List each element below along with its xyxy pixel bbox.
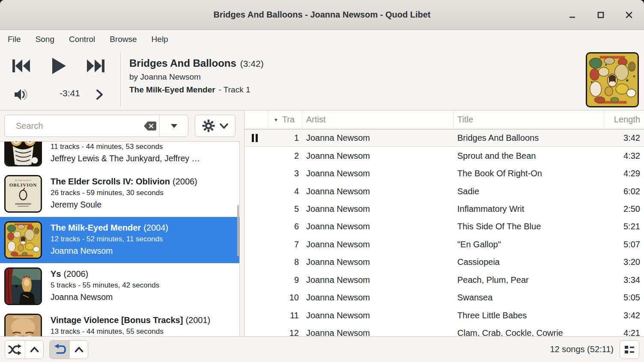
clear-search-button[interactable]	[140, 115, 159, 136]
cell-title: Bridges And Balloons	[453, 133, 604, 143]
chevron-up-icon	[30, 347, 39, 353]
repeat-icon	[53, 344, 66, 356]
table-row[interactable]: 8 Joanna Newsom Cassiopeia 3:20	[244, 253, 644, 271]
gear-icon	[202, 119, 215, 132]
titlebar[interactable]: Bridges And Balloons - Joanna Newsom - Q…	[0, 0, 644, 30]
table-row[interactable]: 12 Joanna Newsom Clam, Crab, Cockle, Cow…	[244, 324, 644, 336]
shuffle-control-group	[5, 340, 44, 359]
previous-button[interactable]	[11, 56, 31, 77]
cell-title: Sprout and the Bean	[453, 151, 604, 161]
song-list-header: ▼ Tra Artist Title Length	[244, 110, 644, 129]
album-item-oblivion[interactable]: The Elder Scrolls IV OBLIVION The Elder …	[0, 171, 239, 217]
menu-song[interactable]: Song	[28, 32, 62, 47]
repeat-menu-button[interactable]	[69, 341, 88, 359]
table-row[interactable]: 9 Joanna Newsom Peach, Plum, Pear 3:34	[244, 271, 644, 289]
cell-artist: Joanna Newsom	[302, 257, 453, 267]
column-header-artist[interactable]: Artist	[302, 110, 453, 129]
cell-length: 6:02	[604, 187, 644, 196]
album-artist: Joanna Newsom	[51, 291, 159, 303]
play-button[interactable]	[50, 56, 68, 77]
table-row[interactable]: 2 Joanna Newsom Sprout and the Bean 4:32	[244, 147, 644, 164]
cell-length: 5:21	[604, 222, 644, 231]
album-item-milk-eyed-mender[interactable]: The Milk-Eyed Mender(2004) 12 tracks - 5…	[0, 217, 239, 263]
sort-descending-icon: ▼	[274, 117, 278, 122]
album-info: 13 tracks - 44 minutes, 55 seconds	[51, 326, 210, 336]
shuffle-button[interactable]	[5, 341, 25, 359]
cell-artist: Joanna Newsom	[302, 151, 453, 161]
next-icon	[86, 56, 106, 75]
time-remaining[interactable]: -3:41	[51, 88, 89, 98]
cell-length: 3:20	[604, 257, 644, 267]
column-header-length[interactable]: Length	[604, 110, 644, 129]
minimize-button[interactable]	[567, 9, 578, 21]
album-art-ys	[4, 267, 42, 305]
chevron-down-icon	[220, 123, 228, 129]
album-title: Vintage Violence [Bonus Tracks](2001)	[51, 314, 210, 326]
table-row[interactable]: 6 Joanna Newsom This Side Of The Blue 5:…	[244, 218, 644, 235]
album-art-owl	[4, 141, 42, 166]
album-list: 11 tracks - 44 minutes, 53 seconds Jeffr…	[0, 141, 240, 336]
cell-length: 5:05	[604, 293, 644, 303]
table-row[interactable]: 11 Joanna Newsom Three Little Babes 3:42	[244, 306, 644, 324]
cell-title: "En Gallop"	[453, 240, 604, 249]
menu-browse[interactable]: Browse	[102, 32, 144, 47]
minimize-icon	[569, 11, 576, 19]
table-row[interactable]: 4 Joanna Newsom Sadie 6:02	[244, 182, 644, 200]
album-item-vintage-violence[interactable]: Vintage Violence [Bonus Tracks](2001) 13…	[0, 309, 239, 336]
seek-menu-button[interactable]	[95, 89, 104, 102]
window-title: Bridges And Balloons - Joanna Newsom - Q…	[213, 10, 430, 20]
song-title: Bridges And Balloons	[129, 57, 236, 69]
pane-divider[interactable]	[240, 110, 244, 336]
cell-artist: Joanna Newsom	[302, 311, 453, 320]
cell-artist: Joanna Newsom	[302, 328, 453, 336]
cell-track: 2	[268, 151, 302, 161]
browser-preferences-button[interactable]	[195, 115, 236, 137]
table-row[interactable]: 3 Joanna Newsom The Book Of Right-On 4:2…	[244, 165, 644, 182]
search-input[interactable]	[5, 115, 140, 136]
repeat-button[interactable]	[50, 341, 69, 359]
cell-length: 4:29	[604, 169, 644, 178]
shuffle-menu-button[interactable]	[25, 341, 43, 359]
play-icon	[50, 56, 68, 76]
album-item-jeffrey-lewis[interactable]: 11 tracks - 44 minutes, 53 seconds Jeffr…	[0, 141, 239, 171]
menu-file[interactable]: File	[0, 32, 28, 47]
search-box	[4, 115, 188, 137]
column-header-playing[interactable]	[244, 110, 268, 129]
svg-text:OBLIVION: OBLIVION	[9, 182, 37, 187]
cell-length: 3:42	[604, 133, 644, 143]
playback-controls: -3:41	[0, 49, 120, 110]
cell-track: 5	[268, 204, 302, 214]
close-button[interactable]	[623, 9, 635, 21]
table-row[interactable]: 10 Joanna Newsom Swansea 5:05	[244, 289, 644, 306]
album-browser-pane: 11 tracks - 44 minutes, 53 seconds Jeffr…	[0, 110, 240, 336]
next-button[interactable]	[86, 56, 106, 77]
song-track-number: - Track 1	[219, 85, 250, 94]
table-row[interactable]: 5 Joanna Newsom Inflammatory Writ 2:50	[244, 200, 644, 218]
cell-track: 11	[268, 311, 302, 320]
now-playing-info: Bridges And Balloons(3:42) by Joanna New…	[121, 49, 644, 110]
cell-artist: Joanna Newsom	[302, 293, 453, 303]
queue-toggle-button[interactable]	[620, 340, 639, 359]
column-header-track[interactable]: ▼ Tra	[268, 110, 302, 129]
cell-title: Sadie	[453, 187, 604, 196]
maximize-button[interactable]	[595, 9, 606, 21]
search-history-dropdown[interactable]	[160, 115, 188, 136]
column-header-title[interactable]: Title	[453, 110, 604, 129]
cell-artist: Joanna Newsom	[302, 222, 453, 231]
volume-button[interactable]	[14, 88, 27, 103]
cell-track: 12	[268, 328, 302, 336]
window-controls	[567, 0, 635, 30]
main-content: 11 tracks - 44 minutes, 53 seconds Jeffr…	[0, 110, 644, 336]
album-title: The Elder Scrolls IV: Oblivion(2006)	[51, 175, 197, 188]
table-row[interactable]: 1 Joanna Newsom Bridges And Balloons 3:4…	[244, 129, 644, 147]
album-list-scrollbar[interactable]	[237, 205, 239, 256]
menu-help[interactable]: Help	[144, 32, 176, 47]
cell-artist: Joanna Newsom	[302, 275, 453, 285]
cell-track: 6	[268, 222, 302, 231]
cell-title: Three Little Babes	[453, 311, 604, 320]
album-item-ys[interactable]: Ys(2006) 5 tracks - 55 minutes, 42 secon…	[0, 263, 239, 309]
menu-control[interactable]: Control	[62, 32, 102, 47]
close-icon	[625, 11, 633, 19]
chevron-right-icon	[95, 89, 104, 100]
table-row[interactable]: 7 Joanna Newsom "En Gallop" 5:07	[244, 236, 644, 253]
